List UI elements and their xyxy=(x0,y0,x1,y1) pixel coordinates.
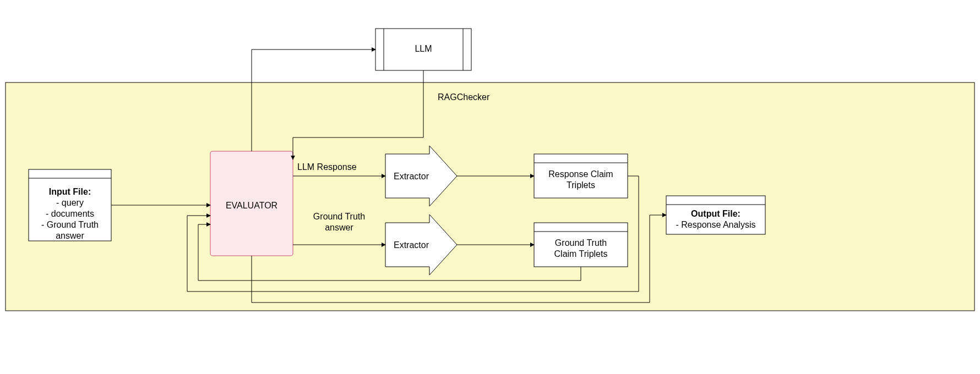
evaluator-label: EVALUATOR xyxy=(226,201,277,210)
node-evaluator: EVALUATOR xyxy=(210,151,293,256)
extractor-2-label: Extractor xyxy=(394,240,429,250)
input-file-title: Input File: xyxy=(49,187,91,196)
output-file-line1: - Response Analysis xyxy=(676,220,756,229)
response-triplets-line2: Triplets xyxy=(567,180,595,190)
response-triplets-line1: Response Claim xyxy=(548,169,613,179)
edge-label-gt-line2: answer xyxy=(325,223,353,232)
node-response-triplets: Response Claim Triplets xyxy=(534,154,628,198)
ragchecker-label: RAGChecker xyxy=(438,92,490,102)
node-groundtruth-triplets: Ground Truth Claim Triplets xyxy=(534,223,628,267)
gt-triplets-line2: Claim Triplets xyxy=(554,249,608,258)
llm-label: LLM xyxy=(415,44,432,53)
node-llm: LLM xyxy=(375,29,471,70)
output-file-title: Output File: xyxy=(691,209,741,218)
input-file-item-2: - Ground Truth xyxy=(41,220,99,229)
node-input-file: Input File: - query - documents - Ground… xyxy=(29,169,111,241)
gt-triplets-line1: Ground Truth xyxy=(555,238,607,248)
extractor-1-label: Extractor xyxy=(394,172,429,181)
input-file-item-0: - query xyxy=(56,198,84,207)
input-file-item-1: - documents xyxy=(46,209,94,218)
node-output-file: Output File: - Response Analysis xyxy=(666,196,765,234)
container-ragchecker xyxy=(6,82,974,311)
diagram-canvas: LLM RAGChecker Input File: - query - doc… xyxy=(0,0,980,374)
input-file-item-3: answer xyxy=(56,231,84,240)
edge-label-llm-response: LLM Response xyxy=(297,162,357,172)
edge-label-gt-line1: Ground Truth xyxy=(313,212,365,221)
